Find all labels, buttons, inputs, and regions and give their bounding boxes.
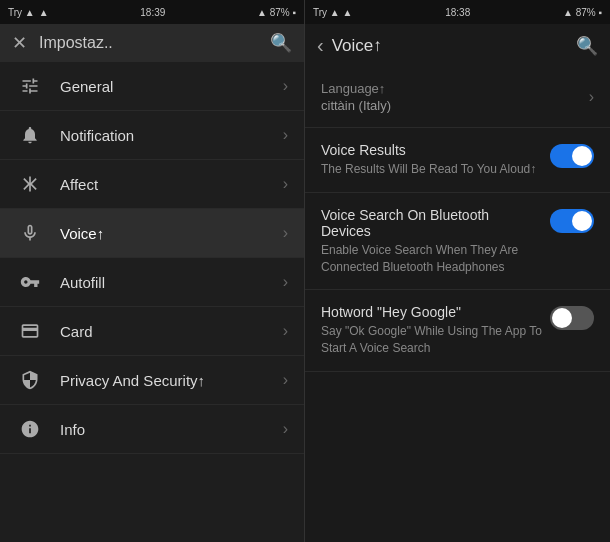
status-bar-left: Try ▲ ▲ 18:39 ▲ 87% ▪ — [0, 0, 304, 24]
right-panel: Try ▲ ▲ 18:38 ▲ 87% ▪ ‹ Voice↑ 🔍 Languag… — [305, 0, 610, 542]
sliders-icon — [16, 76, 44, 96]
hotword-title: Hotword "Hey Google" — [321, 304, 542, 320]
voice-results-title: Voice Results — [321, 142, 542, 158]
hotword-setting: Hotword "Hey Google" Say "Ok Google" Whi… — [305, 290, 610, 372]
shield-icon — [16, 370, 44, 390]
voice-header: ‹ Voice↑ 🔍 — [305, 24, 610, 67]
voice-results-toggle[interactable] — [550, 144, 594, 168]
asterisk-icon — [16, 174, 44, 194]
voice-page-title: Voice↑ — [332, 36, 568, 56]
search-input-area[interactable]: Impostaz.. — [39, 34, 258, 52]
chevron-right-icon: › — [283, 273, 288, 291]
sidebar-item-autofill[interactable]: Autofill › — [0, 258, 304, 307]
language-content: Language↑ cittàin (Italy) — [321, 81, 391, 113]
voice-bluetooth-row: Voice Search On Bluetooth Devices Enable… — [321, 207, 594, 276]
right-status-indicators: ▲ 87% ▪ — [257, 7, 296, 18]
toggle-knob — [552, 308, 572, 328]
voice-label: Voice↑ — [60, 225, 283, 242]
wifi-icon-right: ▲ — [343, 7, 353, 18]
signal-icon-right: Try ▲ — [313, 7, 340, 18]
chevron-right-icon: › — [283, 224, 288, 242]
hotword-content: Hotword "Hey Google" Say "Ok Google" Whi… — [321, 304, 542, 357]
left-panel: Try ▲ ▲ 18:39 ▲ 87% ▪ ✕ Impostaz.. 🔍 Gen… — [0, 0, 305, 542]
search-icon-right[interactable]: 🔍 — [576, 35, 598, 57]
language-value: cittàin (Italy) — [321, 98, 391, 113]
voice-results-content: Voice Results The Results Will Be Read T… — [321, 142, 542, 178]
sidebar-item-general[interactable]: General › — [0, 62, 304, 111]
mic-icon — [16, 223, 44, 243]
hotword-row: Hotword "Hey Google" Say "Ok Google" Whi… — [321, 304, 594, 357]
back-button[interactable]: ‹ — [317, 34, 324, 57]
left-status-indicators: Try ▲ ▲ — [8, 7, 49, 18]
search-bar[interactable]: ✕ Impostaz.. 🔍 — [0, 24, 304, 62]
chevron-right-icon: › — [283, 175, 288, 193]
sidebar-item-notification[interactable]: Notification › — [0, 111, 304, 160]
hotword-desc: Say "Ok Google" While Using The App To S… — [321, 323, 542, 357]
chevron-right-icon: › — [283, 322, 288, 340]
affect-label: Affect — [60, 176, 283, 193]
search-icon[interactable]: 🔍 — [270, 32, 292, 54]
search-text: Impostaz.. — [39, 34, 258, 52]
info-icon — [16, 419, 44, 439]
status-bar-right: Try ▲ ▲ 18:38 ▲ 87% ▪ — [305, 0, 610, 24]
sidebar-item-info[interactable]: Info › — [0, 405, 304, 454]
general-label: General — [60, 78, 283, 95]
language-label: Language↑ — [321, 81, 391, 96]
voice-results-row: Voice Results The Results Will Be Read T… — [321, 142, 594, 178]
voice-bluetooth-title: Voice Search On Bluetooth Devices — [321, 207, 542, 239]
right-right-status: ▲ 87% ▪ — [563, 7, 602, 18]
battery-icon-right: ▲ 87% ▪ — [563, 7, 602, 18]
voice-bluetooth-setting: Voice Search On Bluetooth Devices Enable… — [305, 193, 610, 291]
chevron-right-icon: › — [283, 126, 288, 144]
chevron-right-icon: › — [283, 371, 288, 389]
voice-bluetooth-toggle[interactable] — [550, 209, 594, 233]
right-left-status: Try ▲ ▲ — [313, 7, 352, 18]
sidebar-item-voice[interactable]: Voice↑ › — [0, 209, 304, 258]
chevron-right-icon: › — [283, 77, 288, 95]
language-setting[interactable]: Language↑ cittàin (Italy) › — [305, 67, 610, 128]
wifi-icon: ▲ — [39, 7, 49, 18]
voice-results-desc: The Results Will Be Read To You Aloud↑ — [321, 161, 542, 178]
sidebar-item-card[interactable]: Card › — [0, 307, 304, 356]
toggle-knob — [572, 146, 592, 166]
bell-icon — [16, 125, 44, 145]
sidebar-item-affect[interactable]: Affect › — [0, 160, 304, 209]
privacy-label: Privacy And Security↑ — [60, 372, 283, 389]
close-icon[interactable]: ✕ — [12, 32, 27, 54]
battery-icon: ▲ 87% ▪ — [257, 7, 296, 18]
language-chevron-icon: › — [589, 88, 594, 106]
card-label: Card — [60, 323, 283, 340]
key-icon — [16, 272, 44, 292]
chevron-right-icon: › — [283, 420, 288, 438]
sidebar-item-privacy[interactable]: Privacy And Security↑ › — [0, 356, 304, 405]
autofill-label: Autofill — [60, 274, 283, 291]
voice-bluetooth-content: Voice Search On Bluetooth Devices Enable… — [321, 207, 542, 276]
left-time: 18:39 — [140, 7, 165, 18]
notification-label: Notification — [60, 127, 283, 144]
toggle-knob — [572, 211, 592, 231]
card-icon — [16, 321, 44, 341]
hotword-toggle[interactable] — [550, 306, 594, 330]
signal-icon: Try ▲ — [8, 7, 35, 18]
voice-results-setting: Voice Results The Results Will Be Read T… — [305, 128, 610, 193]
info-label: Info — [60, 421, 283, 438]
right-time: 18:38 — [445, 7, 470, 18]
voice-bluetooth-desc: Enable Voice Search When They Are Connec… — [321, 242, 542, 276]
